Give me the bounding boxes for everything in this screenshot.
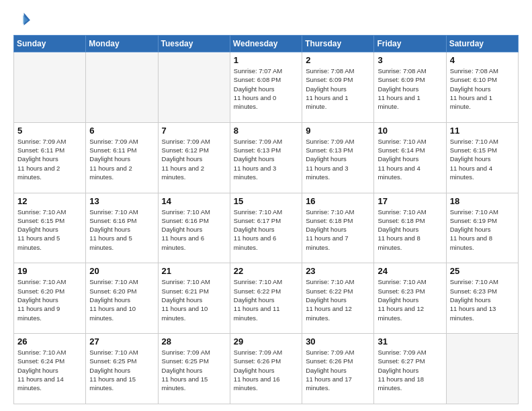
day-number: 11 — [450, 126, 515, 136]
day-number: 4 — [450, 55, 515, 65]
calendar-cell: 24 Sunrise: 7:10 AM Sunset: 6:23 PM Dayl… — [374, 263, 446, 334]
calendar-cell: 7 Sunrise: 7:09 AM Sunset: 6:12 PM Dayli… — [158, 122, 230, 193]
calendar-cell: 10 Sunrise: 7:10 AM Sunset: 6:14 PM Dayl… — [374, 122, 446, 193]
day-number: 20 — [89, 266, 154, 276]
day-number: 15 — [234, 196, 298, 206]
day-number: 25 — [450, 266, 515, 276]
day-number: 18 — [450, 196, 515, 206]
calendar-cell: 6 Sunrise: 7:09 AM Sunset: 6:11 PM Dayli… — [86, 122, 158, 193]
day-info: Sunrise: 7:10 AM Sunset: 6:23 PM Dayligh… — [378, 277, 442, 322]
calendar-header-sunday: Sunday — [14, 36, 86, 52]
calendar-cell: 17 Sunrise: 7:10 AM Sunset: 6:18 PM Dayl… — [374, 193, 446, 263]
calendar-cell: 27 Sunrise: 7:10 AM Sunset: 6:25 PM Dayl… — [86, 334, 158, 404]
calendar-header-wednesday: Wednesday — [230, 36, 302, 52]
day-number: 22 — [234, 266, 298, 276]
day-info: Sunrise: 7:10 AM Sunset: 6:22 PM Dayligh… — [234, 277, 298, 322]
day-info: Sunrise: 7:10 AM Sunset: 6:24 PM Dayligh… — [17, 348, 82, 392]
day-info: Sunrise: 7:09 AM Sunset: 6:26 PM Dayligh… — [306, 348, 370, 392]
calendar-cell: 22 Sunrise: 7:10 AM Sunset: 6:22 PM Dayl… — [230, 263, 302, 334]
calendar-cell: 1 Sunrise: 7:07 AM Sunset: 6:08 PM Dayli… — [230, 52, 302, 123]
calendar-table: SundayMondayTuesdayWednesdayThursdayFrid… — [13, 35, 519, 404]
calendar-cell — [158, 52, 230, 123]
calendar-header-monday: Monday — [86, 36, 158, 52]
header — [13, 11, 519, 30]
calendar-cell — [446, 334, 518, 404]
day-number: 8 — [234, 126, 298, 136]
calendar-cell — [86, 52, 158, 123]
day-info: Sunrise: 7:10 AM Sunset: 6:15 PM Dayligh… — [17, 208, 82, 252]
calendar-cell: 5 Sunrise: 7:09 AM Sunset: 6:11 PM Dayli… — [14, 122, 86, 193]
day-number: 31 — [378, 336, 442, 347]
calendar-cell: 30 Sunrise: 7:09 AM Sunset: 6:26 PM Dayl… — [302, 334, 374, 404]
calendar-cell: 20 Sunrise: 7:10 AM Sunset: 6:20 PM Dayl… — [86, 263, 158, 334]
day-info: Sunrise: 7:10 AM Sunset: 6:20 PM Dayligh… — [17, 277, 82, 322]
day-info: Sunrise: 7:10 AM Sunset: 6:18 PM Dayligh… — [378, 208, 442, 252]
day-info: Sunrise: 7:10 AM Sunset: 6:14 PM Dayligh… — [378, 137, 442, 181]
day-number: 12 — [17, 196, 82, 206]
calendar-cell: 26 Sunrise: 7:10 AM Sunset: 6:24 PM Dayl… — [14, 334, 86, 404]
logo-icon — [13, 11, 32, 30]
day-info: Sunrise: 7:09 AM Sunset: 6:27 PM Dayligh… — [378, 348, 442, 392]
day-info: Sunrise: 7:09 AM Sunset: 6:26 PM Dayligh… — [234, 348, 298, 392]
calendar-cell: 25 Sunrise: 7:10 AM Sunset: 6:23 PM Dayl… — [446, 263, 518, 334]
day-number: 24 — [378, 266, 442, 276]
day-info: Sunrise: 7:10 AM Sunset: 6:17 PM Dayligh… — [234, 208, 298, 252]
calendar-header-row: SundayMondayTuesdayWednesdayThursdayFrid… — [14, 36, 519, 52]
calendar-cell: 8 Sunrise: 7:09 AM Sunset: 6:13 PM Dayli… — [230, 122, 302, 193]
day-number: 21 — [162, 266, 226, 276]
day-info: Sunrise: 7:10 AM Sunset: 6:18 PM Dayligh… — [306, 208, 370, 252]
calendar-header-tuesday: Tuesday — [158, 36, 230, 52]
calendar-week-row: 5 Sunrise: 7:09 AM Sunset: 6:11 PM Dayli… — [14, 122, 519, 193]
calendar-cell: 2 Sunrise: 7:08 AM Sunset: 6:09 PM Dayli… — [302, 52, 374, 123]
day-info: Sunrise: 7:09 AM Sunset: 6:13 PM Dayligh… — [306, 137, 370, 181]
calendar-cell: 9 Sunrise: 7:09 AM Sunset: 6:13 PM Dayli… — [302, 122, 374, 193]
day-info: Sunrise: 7:09 AM Sunset: 6:13 PM Dayligh… — [234, 137, 298, 181]
day-number: 1 — [234, 55, 298, 65]
calendar-cell: 23 Sunrise: 7:10 AM Sunset: 6:22 PM Dayl… — [302, 263, 374, 334]
day-info: Sunrise: 7:10 AM Sunset: 6:20 PM Dayligh… — [89, 277, 154, 322]
day-number: 30 — [306, 336, 370, 347]
calendar-cell: 14 Sunrise: 7:10 AM Sunset: 6:16 PM Dayl… — [158, 193, 230, 263]
calendar-cell: 16 Sunrise: 7:10 AM Sunset: 6:18 PM Dayl… — [302, 193, 374, 263]
day-number: 2 — [306, 55, 370, 65]
calendar-week-row: 1 Sunrise: 7:07 AM Sunset: 6:08 PM Dayli… — [14, 52, 519, 123]
day-info: Sunrise: 7:10 AM Sunset: 6:23 PM Dayligh… — [450, 277, 515, 322]
day-info: Sunrise: 7:08 AM Sunset: 6:10 PM Dayligh… — [450, 66, 515, 111]
calendar-cell: 31 Sunrise: 7:09 AM Sunset: 6:27 PM Dayl… — [374, 334, 446, 404]
calendar-cell: 21 Sunrise: 7:10 AM Sunset: 6:21 PM Dayl… — [158, 263, 230, 334]
day-info: Sunrise: 7:10 AM Sunset: 6:19 PM Dayligh… — [450, 208, 515, 252]
day-number: 9 — [306, 126, 370, 136]
day-number: 28 — [162, 336, 226, 347]
calendar-week-row: 26 Sunrise: 7:10 AM Sunset: 6:24 PM Dayl… — [14, 334, 519, 404]
day-number: 5 — [17, 126, 82, 136]
calendar-cell: 18 Sunrise: 7:10 AM Sunset: 6:19 PM Dayl… — [446, 193, 518, 263]
day-info: Sunrise: 7:10 AM Sunset: 6:22 PM Dayligh… — [306, 277, 370, 322]
day-info: Sunrise: 7:10 AM Sunset: 6:25 PM Dayligh… — [89, 348, 154, 392]
logo — [13, 11, 35, 30]
day-number: 19 — [17, 266, 82, 276]
day-info: Sunrise: 7:09 AM Sunset: 6:25 PM Dayligh… — [162, 348, 226, 392]
calendar-cell — [14, 52, 86, 123]
day-info: Sunrise: 7:10 AM Sunset: 6:21 PM Dayligh… — [162, 277, 226, 322]
day-number: 7 — [162, 126, 226, 136]
calendar-week-row: 12 Sunrise: 7:10 AM Sunset: 6:15 PM Dayl… — [14, 193, 519, 263]
calendar-cell: 12 Sunrise: 7:10 AM Sunset: 6:15 PM Dayl… — [14, 193, 86, 263]
page: SundayMondayTuesdayWednesdayThursdayFrid… — [0, 0, 532, 411]
day-info: Sunrise: 7:09 AM Sunset: 6:11 PM Dayligh… — [89, 137, 154, 181]
calendar-cell: 28 Sunrise: 7:09 AM Sunset: 6:25 PM Dayl… — [158, 334, 230, 404]
calendar-cell: 3 Sunrise: 7:08 AM Sunset: 6:09 PM Dayli… — [374, 52, 446, 123]
calendar-cell: 13 Sunrise: 7:10 AM Sunset: 6:16 PM Dayl… — [86, 193, 158, 263]
day-info: Sunrise: 7:10 AM Sunset: 6:15 PM Dayligh… — [450, 137, 515, 181]
calendar-header-saturday: Saturday — [446, 36, 518, 52]
day-info: Sunrise: 7:08 AM Sunset: 6:09 PM Dayligh… — [378, 66, 442, 111]
day-number: 6 — [89, 126, 154, 136]
day-number: 10 — [378, 126, 442, 136]
day-number: 23 — [306, 266, 370, 276]
day-number: 14 — [162, 196, 226, 206]
calendar-cell: 19 Sunrise: 7:10 AM Sunset: 6:20 PM Dayl… — [14, 263, 86, 334]
day-number: 3 — [378, 55, 442, 65]
day-number: 27 — [89, 336, 154, 347]
calendar-header-thursday: Thursday — [302, 36, 374, 52]
day-info: Sunrise: 7:10 AM Sunset: 6:16 PM Dayligh… — [89, 208, 154, 252]
day-number: 13 — [89, 196, 154, 206]
